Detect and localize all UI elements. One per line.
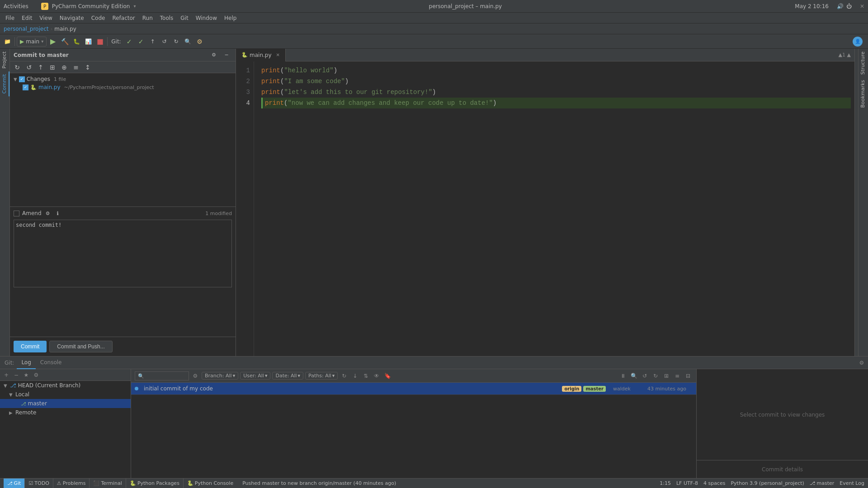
- refresh-btn[interactable]: ↻: [12, 62, 23, 73]
- menu-code[interactable]: Code: [88, 14, 109, 22]
- debug-button[interactable]: 🐛: [71, 36, 82, 47]
- git-tree-settings-btn[interactable]: ⚙: [32, 371, 41, 380]
- python-version[interactable]: Python 3.9 (personal_project): [731, 480, 804, 486]
- git-checkmark1[interactable]: ✓: [124, 36, 135, 47]
- tab-close-icon[interactable]: ✕: [276, 52, 280, 57]
- commit-filter-btn[interactable]: ≡: [71, 62, 81, 73]
- git-search-input[interactable]: [135, 371, 189, 380]
- stop-button[interactable]: ■: [94, 36, 105, 47]
- amend-checkbox[interactable]: [14, 211, 19, 216]
- branch-filter[interactable]: Branch: All ▾: [202, 372, 238, 380]
- terminal-tab[interactable]: ⬛ Terminal: [89, 479, 126, 488]
- avatar[interactable]: 👤: [853, 37, 863, 47]
- log-bookmark-icon[interactable]: 🔖: [383, 371, 392, 380]
- run-config-selector[interactable]: ▶ main ▾: [17, 37, 47, 47]
- menu-view[interactable]: View: [36, 14, 56, 22]
- commit-button[interactable]: Commit: [14, 341, 47, 352]
- changes-checkbox[interactable]: ✓: [19, 76, 25, 82]
- log-search-icon[interactable]: 🔍: [629, 371, 638, 380]
- search-everywhere[interactable]: 🔍: [183, 36, 193, 47]
- git-status-tab[interactable]: ⎇ Git: [4, 479, 24, 488]
- event-log-btn[interactable]: Event Log: [840, 480, 864, 486]
- python-packages-tab[interactable]: 🐍 Python Packages: [126, 479, 183, 488]
- log-pull-icon[interactable]: ↓: [350, 371, 359, 380]
- side-tab-structure[interactable]: Structure: [859, 49, 868, 77]
- amend-settings-icon[interactable]: ⚙: [44, 210, 52, 217]
- menu-run[interactable]: Run: [139, 14, 156, 22]
- user-filter[interactable]: User: All ▾: [240, 372, 270, 380]
- log-tab[interactable]: Log: [17, 357, 35, 369]
- git-update[interactable]: ↑: [147, 36, 158, 47]
- commit-settings-icon[interactable]: ⚙: [208, 50, 219, 61]
- settings-btn[interactable]: ⚙: [194, 36, 205, 47]
- app-name-label[interactable]: PyCharm Community Edition: [52, 3, 130, 9]
- python-console-tab[interactable]: 🐍 Python Console: [183, 479, 237, 488]
- git-tree-remove-btn[interactable]: −: [12, 371, 21, 380]
- bottom-settings-icon[interactable]: ⚙: [857, 358, 866, 367]
- commit-message-input[interactable]: second commit!: [14, 220, 232, 287]
- project-icon-btn[interactable]: 📁: [2, 36, 13, 47]
- power-icon[interactable]: ⏻: [846, 3, 852, 9]
- line-ending[interactable]: LF UTF-8: [676, 480, 698, 486]
- amend-info-icon[interactable]: ℹ: [54, 210, 61, 217]
- editor-tab-main[interactable]: 🐍 main.py ✕: [236, 49, 286, 61]
- cursor-position[interactable]: 1:15: [660, 480, 671, 486]
- run-button[interactable]: ▶: [47, 36, 58, 47]
- sound-icon[interactable]: 🔊: [837, 3, 844, 9]
- menu-refactor[interactable]: Refactor: [108, 14, 138, 22]
- changes-group[interactable]: ▼ ✓ Changes 1 file: [10, 75, 236, 83]
- git-master-item[interactable]: ⎇ master: [0, 399, 131, 408]
- indent-info[interactable]: 4 spaces: [703, 480, 726, 486]
- run-with-coverage[interactable]: 📊: [83, 36, 94, 47]
- commit-sort-btn[interactable]: ↕: [82, 62, 93, 73]
- commit-tree-btn[interactable]: ⊞: [47, 62, 58, 73]
- file-checkbox[interactable]: ✓: [23, 84, 28, 90]
- app-dropdown-icon[interactable]: ▾: [133, 4, 136, 9]
- git-tree-bookmark-btn[interactable]: ★: [22, 371, 31, 380]
- log-arrange-icon[interactable]: ⇅: [361, 371, 370, 380]
- git-local-item[interactable]: ▼ Local: [0, 390, 131, 399]
- console-tab[interactable]: Console: [36, 357, 66, 369]
- file-item-main[interactable]: ✓ 🐍 main.py ~/PycharmProjects/personal_p…: [10, 83, 236, 91]
- log-sync-icon[interactable]: ↻: [340, 371, 349, 380]
- menu-edit[interactable]: Edit: [18, 14, 36, 22]
- activities-label[interactable]: Activities: [4, 3, 28, 9]
- git-checkmark2[interactable]: ✓: [136, 36, 146, 47]
- file-breadcrumb[interactable]: main.py: [54, 26, 76, 32]
- paths-filter[interactable]: Paths: All ▾: [305, 372, 338, 380]
- close-window-icon[interactable]: ✕: [860, 3, 864, 9]
- log-eye-icon[interactable]: 👁: [372, 371, 381, 380]
- date-filter[interactable]: Date: All ▾: [272, 372, 303, 380]
- side-tab-bookmarks[interactable]: Bookmarks: [859, 77, 868, 110]
- commit-panel-close-icon[interactable]: −: [221, 50, 232, 61]
- log-layout-icon[interactable]: ⊟: [684, 371, 693, 380]
- log-undo-icon[interactable]: ↺: [640, 371, 649, 380]
- menu-window[interactable]: Window: [192, 14, 221, 22]
- menu-tools[interactable]: Tools: [156, 14, 177, 22]
- git-remote-item[interactable]: ▶ Remote: [0, 408, 131, 417]
- todo-tab[interactable]: ☑ TODO: [24, 479, 52, 488]
- menu-git[interactable]: Git: [177, 14, 192, 22]
- commit-row-1[interactable]: initial commit of my code origin master …: [131, 383, 696, 395]
- problems-tab[interactable]: ⚠ Problems: [53, 479, 90, 488]
- log-redo-icon[interactable]: ↻: [651, 371, 660, 380]
- commit-up-btn[interactable]: ↑: [35, 62, 46, 73]
- project-breadcrumb[interactable]: personal_project: [4, 26, 48, 32]
- branch-info[interactable]: ⎇ master: [810, 480, 834, 486]
- git-tree-add-btn[interactable]: +: [2, 371, 11, 380]
- git-head-item[interactable]: ▼ ⎇ HEAD (Current Branch): [0, 381, 131, 390]
- log-refresh-icon[interactable]: ⚙: [191, 371, 200, 380]
- commit-expand-btn[interactable]: ⊕: [59, 62, 70, 73]
- commit-push-button[interactable]: Commit and Push...: [49, 341, 112, 352]
- menu-file[interactable]: File: [2, 14, 18, 22]
- side-tab-commit[interactable]: Commit: [0, 71, 9, 96]
- build-button[interactable]: 🔨: [59, 36, 70, 47]
- menu-help[interactable]: Help: [221, 14, 240, 22]
- git-undo[interactable]: ↻: [171, 36, 182, 47]
- git-revert[interactable]: ↺: [159, 36, 170, 47]
- menu-navigate[interactable]: Navigate: [56, 14, 88, 22]
- log-filter-icon[interactable]: ≡: [673, 371, 682, 380]
- log-expand-icon[interactable]: ⊞: [662, 371, 671, 380]
- log-pause-icon[interactable]: ⏸: [618, 371, 627, 380]
- rollback-btn[interactable]: ↺: [24, 62, 34, 73]
